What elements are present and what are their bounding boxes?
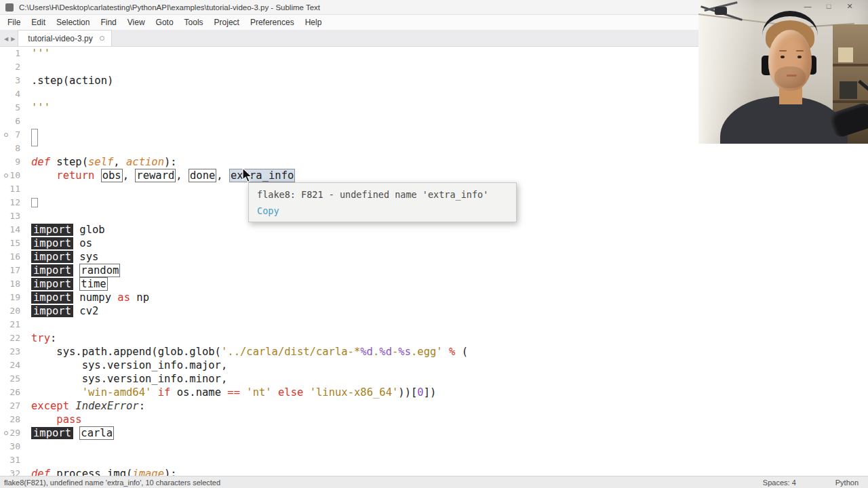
line-number: 18 (0, 277, 20, 291)
menu-item-file[interactable]: File (2, 15, 26, 30)
code-line[interactable]: 22try: (0, 331, 868, 345)
tab-modified-indicator[interactable] (100, 36, 104, 41)
code-line-text: except IndexError: (31, 399, 145, 413)
window-controls: — □ ✕ (803, 2, 854, 11)
code-line[interactable]: 23 sys.path.append(glob.glob('../carla/d… (0, 345, 868, 359)
line-number: 1 (0, 47, 20, 60)
line-number: 6 (0, 115, 20, 128)
line-number: 19 (0, 291, 20, 304)
line-number: 29 (0, 426, 20, 440)
tab-scroll-left-icon[interactable]: ◀ (4, 36, 8, 42)
menu-item-tools[interactable]: Tools (179, 15, 209, 30)
mouse-cursor-icon (241, 167, 254, 186)
maximize-button[interactable]: □ (824, 2, 833, 11)
code-line[interactable]: 16import sys (0, 250, 868, 264)
code-line-text: import numpy as np (31, 291, 149, 304)
line-number: 28 (0, 413, 20, 426)
line-number: 9 (0, 155, 20, 169)
sublime-text-window: C:\Users\H\Desktop\carlatesting\PythonAP… (0, 0, 868, 488)
menu-item-selection[interactable]: Selection (51, 15, 95, 30)
code-line[interactable]: 30 (0, 440, 868, 453)
person-eyebrow (796, 50, 804, 52)
person-eyebrow (779, 50, 787, 52)
code-line-text (31, 196, 38, 209)
line-number: 22 (0, 331, 20, 345)
code-line[interactable]: 10 return obs, reward, done, extra_info (0, 169, 868, 182)
tab-tutorial-video-3[interactable]: tutorial-video-3.py (18, 30, 111, 46)
code-line-text: import glob (31, 223, 105, 237)
code-line-text: .step(action) (31, 74, 113, 87)
menu-item-project[interactable]: Project (209, 15, 245, 30)
code-line[interactable]: 15import os (0, 237, 868, 250)
code-line[interactable]: 18import time (0, 277, 868, 291)
code-line[interactable]: 19import numpy as np (0, 291, 868, 304)
code-line[interactable]: 26 'win-amd64' if os.name == 'nt' else '… (0, 386, 868, 399)
code-line[interactable]: 31 (0, 453, 868, 467)
line-number: 26 (0, 386, 20, 399)
code-line[interactable]: 29import carla (0, 426, 868, 440)
code-line-text: import os (31, 237, 92, 250)
menu-item-view[interactable]: View (122, 15, 151, 30)
tab-scroll-right-icon[interactable]: ▶ (11, 36, 15, 42)
menu-item-goto[interactable]: Goto (151, 15, 179, 30)
status-indent-setting[interactable]: Spaces: 4 (763, 479, 796, 487)
code-line-text: return obs, reward, done, extra_info (31, 169, 295, 182)
code-line[interactable]: 28 pass (0, 413, 868, 426)
code-line[interactable]: 14import glob (0, 223, 868, 237)
line-number: 7 (0, 128, 20, 142)
code-line-text: def step(self, action): (31, 155, 177, 169)
sublime-app-icon (5, 3, 14, 12)
line-number: 5 (0, 101, 20, 115)
status-lint-message: flake8(F821), undefined name 'extra_info… (4, 479, 220, 487)
line-number: 4 (0, 87, 20, 101)
menu-item-find[interactable]: Find (95, 15, 121, 30)
person-mouth (787, 75, 797, 77)
code-line[interactable]: 8 (0, 142, 868, 155)
lint-gutter-mark (4, 174, 8, 178)
code-line-text: pass (31, 413, 82, 426)
code-line-text: sys.version_info.minor, (31, 372, 227, 386)
code-line-text (31, 128, 38, 146)
code-line-text: ''' (31, 101, 50, 115)
code-line[interactable]: 17import random (0, 264, 868, 277)
code-line-text: import sys (31, 250, 98, 264)
line-number: 23 (0, 345, 20, 359)
code-line-text: import time (31, 277, 108, 291)
code-line[interactable]: 21 (0, 318, 868, 331)
code-line-text: sys.path.append(glob.glob('../carla/dist… (31, 345, 468, 359)
person-stubble (774, 66, 806, 88)
status-syntax-mode[interactable]: Python (835, 479, 859, 487)
webcam-overlay (698, 0, 868, 144)
code-line[interactable]: 25 sys.version_info.minor, (0, 372, 868, 386)
code-line-text: sys.version_info.major, (31, 359, 227, 372)
code-line[interactable]: 24 sys.version_info.major, (0, 359, 868, 372)
menu-item-edit[interactable]: Edit (26, 15, 51, 30)
line-number: 2 (0, 60, 20, 74)
lint-tooltip: flake8: F821 - undefined name 'extra_inf… (248, 182, 517, 222)
line-number: 15 (0, 237, 20, 250)
line-number: 11 (0, 182, 20, 196)
menu-item-preferences[interactable]: Preferences (245, 15, 300, 30)
code-line[interactable]: 32def process_img(image): (0, 467, 868, 476)
close-button[interactable]: ✕ (845, 2, 854, 11)
status-bar: flake8(F821), undefined name 'extra_info… (0, 476, 868, 488)
lint-message: flake8: F821 - undefined name 'extra_inf… (257, 188, 508, 201)
line-number: 32 (0, 467, 20, 476)
code-line[interactable]: 9def step(self, action): (0, 155, 868, 169)
menu-item-help[interactable]: Help (300, 15, 328, 30)
line-number: 17 (0, 264, 20, 277)
code-line[interactable]: 20import cv2 (0, 304, 868, 318)
code-line-text: import cv2 (31, 304, 98, 318)
lint-gutter-mark (4, 133, 8, 137)
code-line-text: 'win-amd64' if os.name == 'nt' else 'lin… (31, 386, 436, 399)
code-line-text: def process_img(image): (31, 467, 177, 476)
headphone-band (762, 11, 818, 60)
lint-copy-link[interactable]: Copy (257, 205, 279, 216)
code-line-text: try: (31, 331, 56, 345)
line-number: 3 (0, 74, 20, 87)
line-number: 27 (0, 399, 20, 413)
minimize-button[interactable]: — (803, 2, 812, 11)
code-line[interactable]: 27except IndexError: (0, 399, 868, 413)
line-number: 31 (0, 453, 20, 467)
code-line-text: import random (31, 264, 120, 277)
